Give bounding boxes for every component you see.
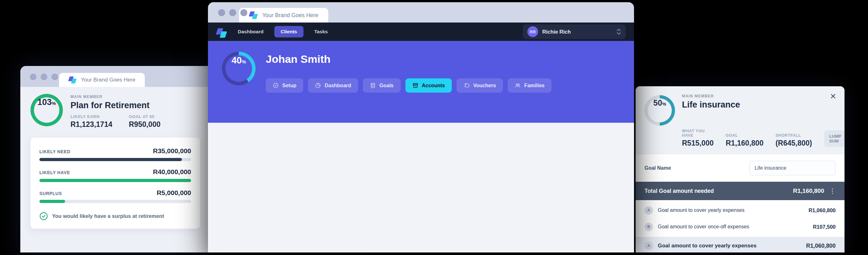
progress-fill [39,158,182,161]
window-dot[interactable] [218,9,225,16]
stat-label: Goal at 65 [129,114,161,119]
client-name: Johan Smith [266,53,331,65]
progress-fill [39,200,65,203]
progress-track [39,158,191,161]
life-insurance-panel: ✕ 50% Main member Life insurance What yo… [636,86,844,252]
row-label: Goal amount to cover once-off expenses [658,224,749,230]
surplus-bar-row: Surplus R5,000,000 [39,189,191,203]
lump-sum-toggle[interactable]: LUMP SUM [824,130,844,147]
archive-icon [412,82,418,88]
coins-icon [370,82,376,88]
tab-dashboard[interactable]: Dashboard [308,78,358,93]
bar-label: Surplus [39,191,62,196]
what-you-have-stat: What you have R515,000 [682,129,714,147]
tab-families[interactable]: Families [508,78,552,93]
stat-label: What you have [682,129,714,138]
percent-symbol: % [662,102,666,107]
client-progress-ring: 40% [222,52,255,85]
nav-item-dashboard[interactable]: Dashboard [238,29,264,35]
stat-value: R950,000 [129,120,161,129]
tab-label: Goals [379,83,393,88]
retirement-title: Plan for Retirement [70,101,160,110]
window-controls[interactable] [218,9,247,16]
row-label: Goal amount to cover yearly expenses [658,208,744,213]
window-dot[interactable] [41,74,47,80]
retirement-progress-ring: 103% [30,94,63,126]
tab-setup[interactable]: Setup [266,78,303,93]
progress-fill [39,179,191,182]
row-value: R1,060,800 [809,208,836,213]
row-value: R107,500 [813,224,836,230]
section-label: Goal amount to cover yearly expenses [658,243,756,249]
tab-accounts[interactable]: Accounts [405,78,452,93]
client-window: Your Brand Goes Here Dashboard Clients T… [208,2,634,252]
shortfall-stat: Shortfall (R645,800) [776,133,812,147]
bar-value: R5,000,000 [157,189,191,197]
progress-track [39,179,191,182]
row-badge: B [645,223,653,231]
user-avatar: RR [527,26,538,37]
user-menu[interactable]: RR Richie Rich [523,25,626,39]
brand-logo-icon [69,76,77,84]
kebab-menu-icon[interactable]: ⋮ [829,187,836,195]
browser-chrome: Your Brand Goes Here [208,2,634,23]
nav-item-clients[interactable]: Clients [274,26,304,37]
row-badge: A [645,242,653,250]
window-dot[interactable] [52,74,58,80]
tab-vouchers[interactable]: Vouchers [457,78,503,93]
stat-label: Shortfall [776,133,812,138]
likely-have-bar-row: Likely have R40,000,000 [39,168,191,182]
total-goal-label: Total Goal amount needed [645,188,714,194]
total-goal-value: R1,160,800 [793,187,824,194]
close-icon[interactable]: ✕ [830,93,836,100]
window-dot[interactable] [30,74,36,80]
goal-progress-value: 50 [653,98,662,108]
tab-goals[interactable]: Goals [363,78,400,93]
goal-name-row: Goal Name [636,154,844,182]
likely-need-bar-row: Likely need R35,000,000 [39,147,191,161]
tag-icon [464,82,470,88]
chevron-updown-icon [616,28,621,35]
browser-tab-title: Your Brand Goes Here [262,12,318,19]
user-name: Richie Rich [542,29,571,35]
goal-name-input[interactable] [749,161,836,175]
stat-label: Goal [726,133,764,138]
retirement-progress-value: 103 [37,97,52,107]
client-progress-value: 40 [231,55,242,66]
goal-header: ✕ 50% Main member Life insurance What yo… [636,86,844,154]
stat-value: R1,160,800 [726,139,764,147]
tab-label: Setup [282,83,296,88]
browser-tab[interactable]: Your Brand Goes Here [59,73,145,87]
bar-label: Likely need [39,149,70,154]
progress-track [39,200,191,203]
bar-value: R35,000,000 [153,147,191,155]
window-controls[interactable] [30,74,58,80]
section-value: R1,060,800 [806,243,836,249]
browser-tab-title: Your Brand Goes Here [81,77,135,83]
breakdown-row-b: B Goal amount to cover once-off expenses… [645,219,836,235]
people-icon [515,82,521,88]
client-hero: 40% Johan Smith Setup Dashboard Goals [208,41,634,123]
yearly-expenses-section-header: A Goal amount to cover yearly expenses R… [636,237,844,252]
browser-tab[interactable]: Your Brand Goes Here [239,8,328,23]
goal-at-65-stat: Goal at 65 R950,000 [129,114,161,129]
percent-symbol: % [242,59,246,64]
brand-logo-icon [249,11,258,20]
breakdown-row-a: A Goal amount to cover yearly expenses R… [645,202,836,219]
surplus-message: You would likely have a surplus at retir… [52,213,164,219]
likely-earn-stat: Likely earn R1,123,1714 [70,114,113,129]
brand-logo-icon [216,27,225,36]
stat-label: Likely earn [70,114,113,119]
main-member-kicker: Main member [682,94,740,98]
goal-name-label: Goal Name [645,165,671,171]
pie-chart-icon [315,82,321,88]
check-circle-icon [39,212,48,220]
row-badge: A [645,206,653,215]
stat-value: (R645,800) [776,139,812,147]
nav-item-tasks[interactable]: Tasks [314,29,328,35]
tab-label: Accounts [422,83,445,88]
window-dot[interactable] [229,9,236,16]
window-dot[interactable] [240,9,247,16]
stat-value: R1,123,1714 [70,120,113,129]
composite-stage: Your Brand Goes Here 103% Main member Pl… [0,0,868,255]
